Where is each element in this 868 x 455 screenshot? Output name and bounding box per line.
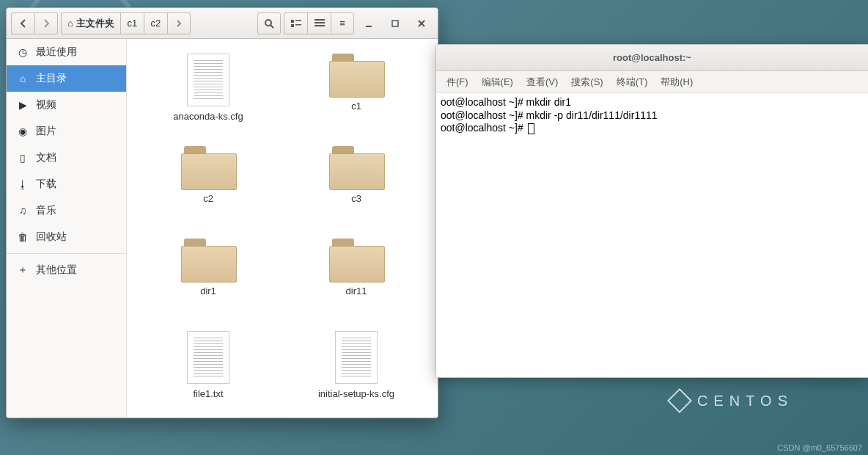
sidebar-item-label: 音乐 (36, 204, 56, 217)
breadcrumb-home[interactable]: ⌂ 主文件夹 (61, 12, 120, 34)
file-label: initial-setup-ks.cfg (318, 388, 394, 399)
menu-help[interactable]: 帮助(H) (655, 73, 699, 92)
camera-icon: ◉ (17, 125, 29, 137)
sidebar-home[interactable]: ⌂主目录 (7, 65, 126, 92)
svg-rect-8 (315, 25, 325, 26)
document-icon (187, 331, 229, 384)
centos-logo-text: CENTOS (697, 393, 793, 410)
terminal-body[interactable]: oot@localhost ~]# mkdir dir1oot@localhos… (436, 93, 868, 377)
plus-icon: ＋ (17, 263, 29, 277)
breadcrumb-home-label: 主文件夹 (76, 17, 114, 30)
document-icon: ▯ (17, 152, 29, 164)
grid-icon (291, 19, 301, 28)
back-button[interactable] (11, 12, 34, 34)
folder-item[interactable]: dir11 (301, 236, 411, 328)
view-controls: ≡ (284, 12, 354, 34)
chevron-down-icon (315, 19, 325, 28)
folder-item[interactable]: c1 (301, 51, 411, 143)
clock-icon: ◷ (17, 46, 29, 58)
download-icon: ⭳ (17, 178, 29, 190)
music-icon: ♫ (17, 205, 29, 216)
file-manager-toolbar: ⌂ 主文件夹 c1 c2 ≡ (7, 8, 438, 39)
centos-mark-icon (667, 388, 692, 413)
terminal-window: root@localhost:~ 件(F) 编辑(E) 查看(V) 搜索(S) … (435, 44, 868, 378)
file-item[interactable]: anaconda-ks.cfg (153, 51, 263, 143)
svg-rect-2 (291, 20, 294, 23)
file-label: c3 (351, 193, 361, 204)
file-manager-sidebar: ◷最近使用 ⌂主目录 ▶视频 ◉图片 ▯文档 ⭳下载 ♫音乐 🗑回收站 ＋其他位… (7, 39, 127, 418)
file-item[interactable]: initial-setup-ks.cfg (301, 328, 411, 418)
breadcrumb: ⌂ 主文件夹 c1 c2 (61, 12, 191, 34)
sidebar-divider (7, 253, 126, 254)
terminal-menubar: 件(F) 编辑(E) 查看(V) 搜索(S) 终端(T) 帮助(H) (436, 71, 868, 93)
svg-line-1 (271, 25, 273, 28)
sidebar-videos[interactable]: ▶视频 (7, 92, 126, 118)
sidebar-item-label: 视频 (36, 98, 56, 112)
icon-view-button[interactable] (284, 12, 307, 34)
terminal-title-text: root@localhost:~ (613, 52, 691, 63)
home-icon: ⌂ (17, 73, 29, 84)
folder-item[interactable]: dir1 (153, 236, 263, 328)
folder-item[interactable]: c2 (153, 143, 263, 236)
sidebar-item-label: 回收站 (36, 230, 67, 244)
menu-terminal[interactable]: 终端(T) (611, 73, 654, 92)
list-view-button[interactable] (307, 12, 331, 34)
file-label: dir11 (346, 285, 367, 296)
sidebar-recent[interactable]: ◷最近使用 (7, 39, 126, 65)
menu-search[interactable]: 搜索(S) (565, 73, 608, 92)
file-label: c1 (351, 101, 361, 112)
breadcrumb-more[interactable] (167, 12, 191, 34)
minimize-button[interactable] (357, 12, 380, 34)
maximize-button[interactable] (383, 12, 407, 34)
sidebar-item-label: 最近使用 (36, 46, 77, 59)
sidebar-item-label: 文档 (36, 151, 56, 164)
sidebar-item-label: 图片 (36, 125, 56, 138)
menu-icon: ≡ (339, 18, 345, 29)
file-label: file1.txt (193, 388, 223, 399)
svg-rect-3 (295, 20, 301, 21)
breadcrumb-seg2[interactable]: c2 (144, 12, 167, 34)
file-label: dir1 (200, 285, 216, 296)
svg-point-0 (265, 20, 271, 26)
document-icon (335, 331, 378, 384)
search-icon (264, 18, 274, 29)
svg-rect-10 (392, 21, 398, 26)
sidebar-music[interactable]: ♫音乐 (7, 197, 126, 224)
folder-icon (181, 146, 235, 189)
close-button[interactable] (410, 12, 433, 34)
sidebar-downloads[interactable]: ⭳下载 (7, 171, 126, 197)
sidebar-other[interactable]: ＋其他位置 (7, 257, 126, 283)
file-grid: anaconda-ks.cfgc1c2c3dir1dir11file1.txti… (127, 39, 438, 418)
svg-rect-5 (295, 24, 301, 26)
home-icon: ⌂ (67, 18, 73, 29)
file-item[interactable]: file1.txt (153, 328, 263, 418)
folder-icon (329, 54, 383, 96)
centos-logo: CENTOS (671, 392, 793, 410)
svg-rect-6 (315, 19, 325, 21)
video-icon: ▶ (17, 99, 29, 111)
terminal-cursor (528, 123, 534, 134)
sidebar-trash[interactable]: 🗑回收站 (7, 224, 126, 250)
hamburger-menu-button[interactable]: ≡ (331, 12, 354, 34)
sidebar-documents[interactable]: ▯文档 (7, 145, 126, 171)
search-button[interactable] (257, 12, 281, 34)
folder-icon (329, 239, 383, 281)
sidebar-item-label: 主目录 (36, 72, 67, 85)
folder-item[interactable]: c3 (301, 143, 411, 236)
document-icon (187, 54, 229, 106)
folder-icon (329, 146, 383, 189)
terminal-titlebar[interactable]: root@localhost:~ (436, 45, 868, 71)
sidebar-pictures[interactable]: ◉图片 (7, 118, 126, 145)
forward-button[interactable] (34, 12, 58, 34)
breadcrumb-seg1[interactable]: c1 (120, 12, 144, 34)
menu-edit[interactable]: 编辑(E) (476, 73, 519, 92)
menu-view[interactable]: 查看(V) (521, 73, 564, 92)
sidebar-item-label: 下载 (36, 178, 56, 191)
svg-rect-7 (315, 22, 325, 23)
sidebar-item-label: 其他位置 (36, 263, 77, 277)
folder-icon (181, 239, 235, 281)
svg-rect-4 (291, 24, 294, 27)
menu-file[interactable]: 件(F) (441, 73, 474, 92)
trash-icon: 🗑 (17, 231, 29, 243)
nav-buttons (11, 12, 58, 34)
